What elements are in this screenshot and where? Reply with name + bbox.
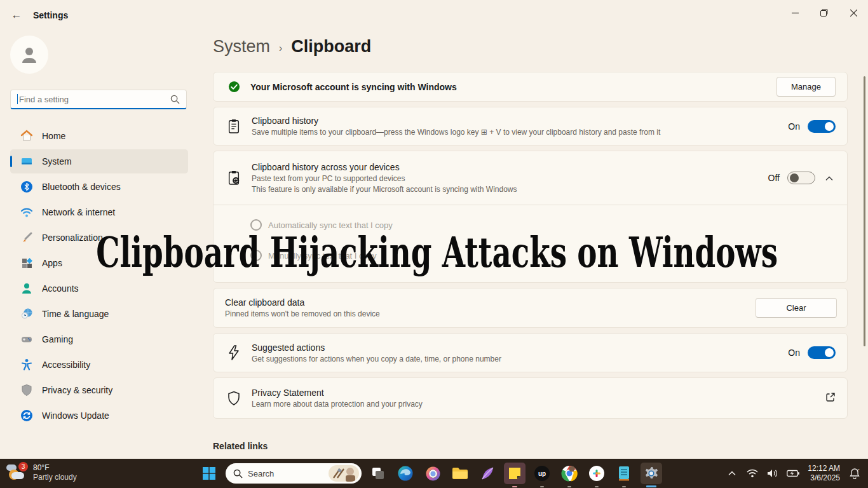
search-icon (170, 95, 180, 104)
sidebar-item-time-language[interactable]: Time & language (10, 302, 188, 326)
row-title: Clipboard history across your devices (252, 162, 517, 172)
gamepad-icon (20, 333, 33, 346)
upwork-button[interactable]: up (531, 463, 553, 484)
sidebar-item-label: Accounts (42, 283, 79, 294)
sidebar-item-home[interactable]: Home (10, 124, 188, 148)
sidebar-item-label: Bluetooth & devices (42, 182, 121, 192)
chrome-icon (561, 465, 578, 482)
system-tray: 12:12 AM 3/6/2025 zz (724, 459, 863, 488)
search-box[interactable] (10, 90, 187, 109)
search-highlight-image[interactable] (329, 465, 359, 482)
notification-bell-icon[interactable]: zz (846, 464, 863, 483)
sidebar-item-personalization[interactable]: Personalization (10, 226, 188, 250)
row-description: Save multiple items to your clipboard—pr… (252, 128, 660, 137)
sticky-notes-button[interactable] (504, 463, 526, 484)
vertical-scrollbar[interactable] (864, 76, 865, 346)
sidebar-item-apps[interactable]: Apps (10, 251, 188, 275)
sidebar-item-label: Accessibility (42, 360, 90, 370)
across-devices-card: Clipboard history across your devices Pa… (213, 151, 848, 283)
avatar[interactable] (10, 36, 48, 74)
chevron-up-icon[interactable] (823, 170, 836, 186)
system-icon (20, 155, 33, 168)
sidebar-item-windows-update[interactable]: Windows Update (10, 403, 188, 428)
external-link-icon[interactable] (825, 392, 836, 405)
close-button[interactable] (839, 0, 868, 25)
wifi-icon (20, 206, 33, 219)
text-caret (17, 94, 18, 104)
clock-widget[interactable]: 12:12 AM 3/6/2025 (805, 464, 843, 483)
sidebar-item-bluetooth[interactable]: Bluetooth & devices (10, 175, 188, 199)
row-note: This feature is only available if your M… (252, 185, 517, 194)
accessibility-icon (20, 358, 33, 371)
minimize-button[interactable] (780, 0, 810, 25)
sidebar-item-label: Windows Update (42, 410, 109, 421)
task-view-button[interactable] (367, 463, 389, 484)
sidebar-item-accounts[interactable]: Accounts (10, 276, 188, 301)
update-icon (20, 409, 33, 422)
breadcrumb-system[interactable]: System (213, 37, 270, 57)
volume-icon[interactable] (764, 464, 781, 483)
weather-widget[interactable]: 3 80°F Partly cloudy (6, 462, 77, 482)
clear-button[interactable]: Clear (756, 298, 837, 318)
clipboard-history-row: Clipboard history Save multiple items to… (213, 107, 848, 146)
search-icon (233, 469, 243, 478)
news-badge: 3 (18, 462, 28, 471)
chrome-button[interactable] (559, 463, 580, 484)
taskbar-search[interactable]: Search (226, 463, 362, 484)
file-explorer-button[interactable] (449, 463, 471, 484)
edge-icon (397, 465, 414, 482)
feather-app-button[interactable] (477, 463, 498, 484)
privacy-statement-row[interactable]: Privacy Statement Learn more about data … (213, 377, 848, 419)
clipboard-history-toggle[interactable] (808, 120, 836, 133)
sidebar-item-accessibility[interactable]: Accessibility (10, 353, 188, 377)
wifi-tray-icon[interactable] (744, 464, 761, 483)
across-devices-header[interactable]: Clipboard history across your devices Pa… (214, 151, 847, 205)
lightning-icon (226, 345, 241, 360)
sidebar-item-system[interactable]: System (10, 149, 188, 173)
manage-button[interactable]: Manage (776, 77, 836, 97)
copilot-icon (425, 466, 441, 482)
accounts-icon (20, 282, 33, 295)
sidebar-item-label: Privacy & security (42, 385, 112, 395)
sidebar-item-network[interactable]: Network & internet (10, 200, 188, 224)
toggle-state-label: Off (768, 173, 780, 183)
notepad-button[interactable] (613, 463, 635, 484)
search-input[interactable] (19, 95, 170, 104)
tray-chevron-icon[interactable] (724, 464, 740, 483)
gear-icon (643, 465, 660, 482)
row-title: Clipboard history (252, 116, 660, 126)
slack-button[interactable] (586, 463, 607, 484)
radio-manual-sync[interactable]: Manually sync text that I copy (250, 250, 377, 261)
tray-date: 3/6/2025 (808, 473, 840, 483)
titlebar: ← Settings (0, 0, 868, 30)
sidebar-item-label: System (42, 156, 72, 166)
toggle-state-label: On (788, 348, 800, 358)
copilot-button[interactable] (422, 463, 444, 484)
shield-outline-icon (226, 391, 241, 406)
user-icon (18, 44, 40, 65)
restore-button[interactable] (810, 0, 839, 25)
related-links-heading: Related links (213, 441, 268, 451)
check-circle-icon (226, 81, 241, 93)
radio-auto-sync[interactable]: Automatically sync text that I copy (250, 219, 393, 231)
row-description: Pinned items won't be removed on this de… (225, 309, 380, 318)
start-button[interactable] (198, 463, 220, 484)
back-button[interactable]: ← (9, 8, 24, 23)
sync-banner: Your Microsoft account is syncing with W… (213, 72, 848, 102)
sidebar-item-gaming[interactable]: Gaming (10, 327, 188, 351)
brush-icon (20, 231, 33, 244)
across-devices-toggle[interactable] (787, 172, 815, 184)
radio-icon (250, 250, 262, 261)
suggested-actions-toggle[interactable] (808, 346, 836, 359)
settings-button[interactable] (641, 463, 662, 484)
breadcrumb: System › Clipboard (213, 37, 371, 57)
feather-icon (480, 466, 495, 481)
edge-button[interactable] (395, 463, 416, 484)
row-description: Paste text from your PC to supported dev… (252, 174, 517, 183)
slack-icon (588, 465, 605, 482)
row-title: Suggested actions (252, 342, 501, 353)
battery-icon[interactable] (785, 464, 801, 483)
weather-icon: 3 (6, 462, 28, 482)
bluetooth-icon (20, 180, 33, 193)
sidebar-item-privacy-security[interactable]: Privacy & security (10, 378, 188, 402)
